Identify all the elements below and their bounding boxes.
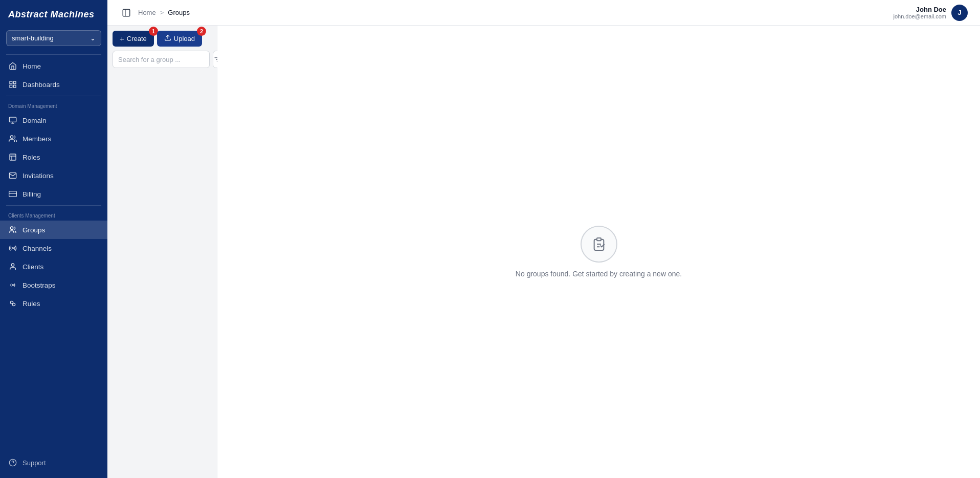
svg-rect-2 xyxy=(10,85,12,88)
rules-icon xyxy=(8,299,17,308)
sidebar-toggle-button[interactable] xyxy=(120,6,133,19)
create-button[interactable]: + Create 1 xyxy=(113,31,154,47)
svg-rect-25 xyxy=(597,238,601,241)
clients-section-label: Clients Management xyxy=(0,208,107,221)
svg-point-13 xyxy=(11,264,14,266)
sidebar-item-support[interactable]: Support xyxy=(0,453,107,472)
sidebar-item-bootstraps[interactable]: Bootstraps xyxy=(0,276,107,294)
sidebar-bottom: Support xyxy=(0,453,107,478)
upload-icon xyxy=(164,34,171,43)
dashboards-icon xyxy=(8,80,17,89)
svg-point-11 xyxy=(10,227,13,229)
svg-point-16 xyxy=(12,303,15,306)
chevron-down-icon: ⌄ xyxy=(90,34,96,42)
svg-rect-3 xyxy=(13,85,16,88)
user-email: john.doe@email.com xyxy=(894,13,947,19)
create-label: Create xyxy=(127,35,147,42)
breadcrumb-home[interactable]: Home xyxy=(138,9,156,16)
sidebar-item-label: Invitations xyxy=(23,172,54,180)
bootstraps-icon xyxy=(8,280,17,290)
workspace-label: smart-building xyxy=(12,34,54,42)
search-bar xyxy=(107,51,217,72)
upload-label: Upload xyxy=(174,35,195,42)
sidebar-item-domain[interactable]: Domain xyxy=(0,111,107,129)
invitations-icon xyxy=(8,171,17,180)
billing-icon xyxy=(8,189,17,199)
sidebar-item-home[interactable]: Home xyxy=(0,57,107,75)
divider-1 xyxy=(6,54,101,55)
sidebar: Abstract Machines smart-building ⌄ Home … xyxy=(0,0,107,478)
svg-rect-1 xyxy=(13,81,16,84)
breadcrumb: Home > Groups xyxy=(138,9,190,16)
divider-3 xyxy=(6,205,101,206)
main-content: No groups found. Get started by creating… xyxy=(217,26,980,478)
sidebar-item-members[interactable]: Members xyxy=(0,129,107,148)
content-area: + Create 1 Upload 2 xyxy=(107,26,980,478)
avatar[interactable]: J xyxy=(951,5,968,21)
svg-rect-9 xyxy=(9,191,17,197)
breadcrumb-separator: > xyxy=(160,9,164,16)
sidebar-item-label: Bootstraps xyxy=(23,281,56,289)
search-input[interactable] xyxy=(113,51,210,68)
divider-2 xyxy=(6,96,101,96)
plus-icon: + xyxy=(120,34,124,43)
sidebar-item-label: Members xyxy=(23,135,51,143)
support-label: Support xyxy=(23,459,46,467)
sidebar-item-channels[interactable]: Channels xyxy=(0,239,107,257)
domain-section-label: Domain Management xyxy=(0,98,107,111)
user-name: John Doe xyxy=(894,6,947,13)
sidebar-item-clients[interactable]: Clients xyxy=(0,257,107,276)
sidebar-item-label: Clients xyxy=(23,263,43,271)
svg-point-7 xyxy=(10,136,13,138)
sidebar-item-label: Domain xyxy=(23,117,47,124)
main-area: Home > Groups John Doe john.doe@email.co… xyxy=(107,0,980,478)
sidebar-item-label: Billing xyxy=(23,190,41,198)
empty-icon-circle xyxy=(581,226,617,263)
sidebar-item-roles[interactable]: Roles xyxy=(0,148,107,166)
empty-state: No groups found. Get started by creating… xyxy=(516,226,682,278)
breadcrumb-current: Groups xyxy=(168,9,190,16)
panel-toolbar: + Create 1 Upload 2 xyxy=(107,26,217,51)
support-icon xyxy=(8,458,17,467)
svg-rect-0 xyxy=(10,81,12,84)
empty-message: No groups found. Get started by creating… xyxy=(516,270,682,278)
sidebar-item-groups[interactable]: Groups xyxy=(0,221,107,239)
sidebar-item-label: Groups xyxy=(23,226,45,234)
members-icon xyxy=(8,134,17,143)
sidebar-item-billing[interactable]: Billing xyxy=(0,185,107,203)
home-icon xyxy=(8,61,17,71)
user-info-area: John Doe john.doe@email.com J xyxy=(894,5,968,21)
domain-icon xyxy=(8,116,17,125)
sidebar-item-label: Roles xyxy=(23,154,40,161)
clients-icon xyxy=(8,262,17,271)
roles-icon xyxy=(8,153,17,162)
sidebar-item-label: Channels xyxy=(23,245,52,252)
sidebar-item-label: Rules xyxy=(23,300,40,308)
sidebar-item-label: Home xyxy=(23,62,41,70)
svg-point-12 xyxy=(12,248,14,249)
sidebar-item-rules[interactable]: Rules xyxy=(0,294,107,313)
svg-point-14 xyxy=(12,285,14,286)
header: Home > Groups John Doe john.doe@email.co… xyxy=(107,0,980,26)
groups-icon xyxy=(8,225,17,234)
channels-icon xyxy=(8,244,17,253)
upload-button[interactable]: Upload 2 xyxy=(157,31,202,47)
sidebar-item-label: Dashboards xyxy=(23,81,60,89)
left-panel: + Create 1 Upload 2 xyxy=(107,26,217,478)
user-info: John Doe john.doe@email.com xyxy=(894,6,947,19)
app-logo: Abstract Machines xyxy=(0,0,107,26)
svg-rect-19 xyxy=(123,9,130,16)
sidebar-item-invitations[interactable]: Invitations xyxy=(0,166,107,185)
svg-rect-4 xyxy=(9,117,16,122)
sidebar-item-dashboards[interactable]: Dashboards xyxy=(0,75,107,94)
workspace-selector[interactable]: smart-building ⌄ xyxy=(6,30,101,46)
svg-rect-8 xyxy=(10,154,16,160)
upload-badge: 2 xyxy=(197,27,206,36)
